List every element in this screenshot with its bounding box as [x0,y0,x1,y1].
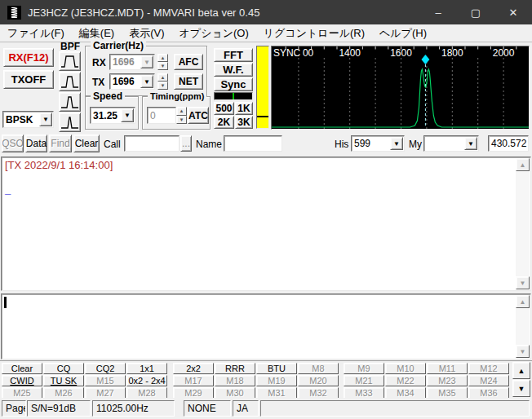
macro-button[interactable]: 2x2 [173,363,214,374]
tick-label-1800: 1800 [441,47,463,59]
macro-button[interactable]: M23 [427,375,468,386]
net-button[interactable]: NET [174,73,203,90]
macro-button[interactable]: M8 [298,363,339,374]
macro-button[interactable]: M36 [468,387,509,399]
rx-text-area[interactable]: [TX 2022/9/1 16:14:00] _ ▲ ▼ [1,157,531,291]
macro-button[interactable]: M18 [215,375,255,386]
macro-button[interactable]: M22 [385,375,426,386]
chevron-down-icon[interactable]: ▼ [121,108,134,122]
macro-button[interactable]: CQ2 [85,363,126,374]
frequency-field[interactable]: 430.572 [488,135,529,152]
my-rst-select[interactable]: ▼ [423,135,479,152]
menu-options[interactable]: オプション(O) [172,24,256,42]
txoff-button[interactable]: TXOFF [3,70,54,89]
maximize-button[interactable]: ▢ [457,0,494,24]
bpf-wide-icon [61,55,78,68]
minimize-button[interactable]: – [419,0,457,24]
menu-file[interactable]: ファイル(F) [0,24,72,42]
call-input[interactable] [124,135,180,152]
bpf-medium-button[interactable] [59,72,81,91]
macro-button[interactable]: M15 [85,375,126,386]
macro-button[interactable]: M17 [173,375,214,386]
macro-button[interactable]: M24 [468,375,509,386]
sync-button[interactable]: Sync [214,77,253,91]
span-2k-button[interactable]: 2K [214,116,234,129]
menu-edit[interactable]: 編集(E) [72,24,122,42]
rx-scrollbar[interactable]: ▲ ▼ [516,158,530,289]
bpf-very-narrow-button[interactable] [59,112,81,132]
scroll-down-icon[interactable]: ▼ [516,345,530,358]
scroll-up-icon[interactable]: ▲ [516,295,530,308]
spin-up-icon[interactable]: ▲ [157,73,168,82]
macro-button[interactable]: M33 [344,387,384,399]
bpf-wide-button[interactable] [59,51,81,71]
macro-button[interactable]: M20 [298,375,339,386]
chevron-down-icon[interactable]: ▼ [39,112,52,126]
tuning-mark [233,93,234,99]
span-500-button[interactable]: 500 [214,102,234,115]
macro-button[interactable]: M27 [85,387,126,399]
macro-button[interactable]: M10 [385,363,426,374]
menu-help[interactable]: ヘルプ(H) [372,24,434,42]
tx-carrier-stepper[interactable]: ▲▼ [157,73,168,90]
macro-button[interactable]: M21 [344,375,384,386]
macro-button[interactable]: M19 [256,375,297,386]
macro-button[interactable]: CQ [43,363,84,374]
macro-button[interactable]: M25 [2,387,42,399]
macro-button[interactable]: M34 [385,387,426,399]
name-input[interactable] [224,135,282,152]
macro-button[interactable]: M28 [126,387,167,399]
span-1k-button[interactable]: 1K [235,102,253,115]
spectrum-display[interactable]: SYNC 00 1400 1600 1800 2000 [271,46,530,130]
afc-button[interactable]: AFC [174,54,203,70]
macro-button[interactable]: M29 [173,387,214,399]
macro-button[interactable]: 1x1 [126,363,167,374]
speed-select[interactable]: 31.25 ▼ [90,107,135,124]
macro-button[interactable]: Clear [2,363,42,374]
mode-select[interactable]: BPSK ▼ [2,111,54,128]
macro-button[interactable]: CWID [2,375,42,386]
tx-log-line: [TX 2022/9/1 16:14:00] [5,159,514,171]
macro-button[interactable]: M9 [344,363,384,374]
chevron-down-icon[interactable]: ▼ [140,75,153,88]
macro-button[interactable]: M12 [468,363,509,374]
macro-button[interactable]: M26 [43,387,84,399]
chevron-down-icon[interactable]: ▼ [390,137,403,150]
clear-button[interactable]: Clear [73,135,100,152]
menu-view[interactable]: 表示(V) [122,24,171,42]
scroll-up-icon[interactable]: ▲ [516,158,530,171]
chevron-down-icon[interactable]: ▼ [464,137,477,150]
scroll-down-icon[interactable]: ▼ [516,276,530,289]
span-3k-button[interactable]: 3K [235,116,253,129]
macro-button[interactable]: BTU [256,363,297,374]
menu-rig-control[interactable]: リグコントロール(R) [256,24,372,42]
macro-page-up-icon[interactable]: ▲ [512,362,530,379]
data-button[interactable]: Data [25,135,47,152]
macro-button[interactable]: RRR [215,363,255,374]
bpf-narrow-button[interactable] [59,92,81,112]
atc-button[interactable]: ATC [188,107,209,124]
rx-button[interactable]: RX(F12) [3,48,54,67]
macro-button[interactable]: TU SK [43,375,84,386]
close-button[interactable]: ✕ [494,0,532,24]
tx-text-area[interactable]: ▲ ▼ [1,293,531,359]
macro-button[interactable]: 0x2 - 2x4 [126,375,167,386]
status-snr: S/N=91dB [27,400,91,417]
macro-button[interactable]: M11 [427,363,468,374]
tick-label-1400: 1400 [339,47,361,59]
macro-button[interactable]: M32 [298,387,339,399]
carrier-marker-diamond[interactable] [421,55,429,64]
macro-page-down-icon[interactable]: ▼ [512,380,530,397]
macro-button[interactable]: M30 [215,387,255,399]
macro-button[interactable]: M35 [427,387,468,399]
macro-button[interactable]: M31 [256,387,297,399]
tx-carrier-select[interactable]: 1696 ▼ [109,73,155,90]
fft-button[interactable]: FFT [214,48,253,62]
tx-scrollbar[interactable]: ▲ ▼ [516,295,530,358]
rx-carrier-value: 1696 [113,56,135,68]
waterfall-button[interactable]: W.F. [214,63,253,77]
spectrum-svg: SYNC 00 1400 1600 1800 2000 [272,46,529,129]
rx-text-content: [TX 2022/9/1 16:14:00] _ [5,159,514,289]
spin-down-icon[interactable]: ▼ [157,82,168,90]
his-rst-select[interactable]: 599 ▼ [351,135,405,152]
